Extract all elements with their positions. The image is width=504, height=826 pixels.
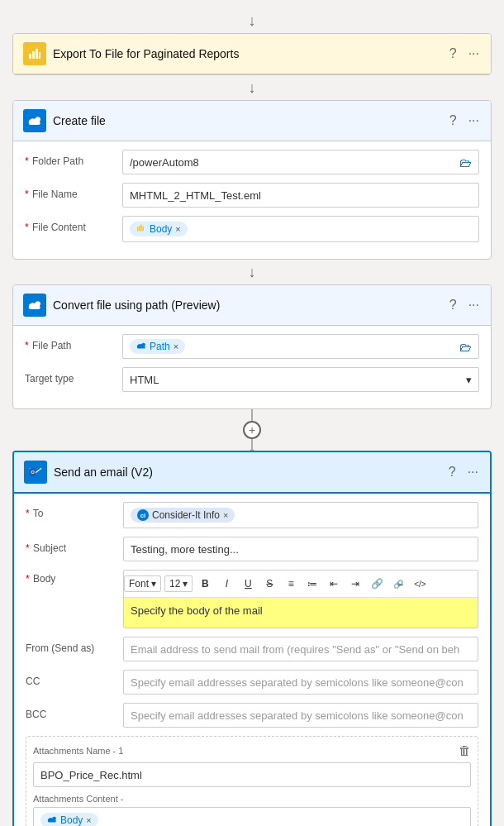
send-email-header: O Send an email (V2) ? ··· — [14, 452, 490, 494]
create-file-help-btn[interactable]: ? — [448, 113, 459, 128]
arrow-down-1: ↓ — [249, 8, 256, 33]
send-email-card: O Send an email (V2) ? ··· * To ci — [12, 451, 492, 826]
folder-path-row: * Folder Path /powerAutom8 🗁 — [25, 150, 479, 174]
attachment-content-chip-icon — [47, 815, 57, 825]
file-name-value[interactable]: MHTML_2_HTML_Test.eml — [122, 183, 479, 208]
subject-value[interactable]: Testing, more testing... — [123, 537, 478, 561]
subject-row: * Subject Testing, more testing... — [26, 537, 478, 561]
cc-value[interactable]: Specify email addresses separated by sem… — [123, 670, 478, 695]
bcc-value[interactable]: Specify email addresses separated by sem… — [123, 703, 478, 728]
arrow-down-2: ↓ — [249, 75, 256, 100]
body-toolbar: Font ▾ 12 ▾ B I U S ≡ ≔ — [124, 571, 478, 598]
bold-btn[interactable]: B — [196, 575, 214, 593]
export-card-title: Export To File for Paginated Reports — [53, 47, 441, 60]
convert-file-header: Convert file using path (Preview) ? ··· — [13, 285, 491, 326]
font-size-dropdown[interactable]: 12 ▾ — [164, 575, 193, 592]
cc-label: CC — [26, 670, 116, 687]
body-value[interactable]: Font ▾ 12 ▾ B I U S ≡ ≔ — [123, 570, 478, 628]
target-type-value[interactable]: HTML ▾ — [122, 367, 479, 392]
from-label: From (Send as) — [26, 637, 116, 654]
svg-rect-2 — [36, 49, 38, 59]
cc-row: CC Specify email addresses separated by … — [26, 670, 478, 695]
code-btn[interactable]: </> — [411, 575, 429, 593]
attachment-name-input[interactable]: BPO_Price_Rec.html — [33, 762, 471, 787]
convert-file-body: * File Path Path × — [13, 326, 491, 408]
export-help-btn[interactable]: ? — [448, 46, 459, 61]
attachment-name-header: Attachments Name - 1 🗑 — [33, 743, 471, 757]
export-card-icon — [23, 42, 46, 65]
create-file-card: Create file ? ··· * Folder Path /powerAu… — [12, 100, 492, 260]
export-more-btn[interactable]: ··· — [467, 46, 481, 61]
svg-rect-5 — [139, 226, 140, 231]
attachments-section: Attachments Name - 1 🗑 BPO_Price_Rec.htm… — [26, 736, 478, 826]
send-email-actions: ? ··· — [447, 465, 480, 480]
body-text-area[interactable]: Specify the body of the mail — [124, 598, 478, 628]
svg-text:O: O — [31, 470, 35, 475]
attachment-content-input[interactable]: Body × — [33, 807, 471, 826]
create-file-more-btn[interactable]: ··· — [467, 113, 481, 128]
attachment-content-chip-close[interactable]: × — [86, 815, 91, 825]
numbered-list-btn[interactable]: ≔ — [303, 575, 321, 593]
to-chip-close[interactable]: × — [223, 510, 228, 520]
attachment-name-label: Attachments Name - 1 — [33, 746, 123, 756]
svg-rect-4 — [137, 227, 138, 232]
strikethrough-btn[interactable]: S — [260, 575, 278, 593]
convert-file-actions: ? ··· — [448, 298, 481, 313]
file-content-row: * File Content — [25, 216, 479, 242]
target-type-row: Target type HTML ▾ — [25, 367, 479, 392]
to-value[interactable]: ci Consider-It Info × — [123, 502, 478, 528]
convert-file-more-btn[interactable]: ··· — [467, 298, 481, 313]
folder-browse-icon[interactable]: 🗁 — [459, 155, 472, 169]
file-path-value[interactable]: Path × 🗁 — [122, 334, 479, 359]
send-email-body: * To ci Consider-It Info × * — [14, 494, 490, 826]
attachment-content-label: Attachments Content - — [33, 794, 471, 804]
font-chevron: ▾ — [151, 578, 156, 590]
bullet-list-btn[interactable]: ≡ — [282, 575, 300, 593]
file-content-chip-icon — [136, 224, 146, 234]
file-content-label: * File Content — [25, 216, 116, 233]
create-file-icon — [23, 109, 46, 132]
target-type-chevron: ▾ — [466, 374, 472, 386]
from-value[interactable]: Email address to send mail from (require… — [123, 637, 478, 661]
remove-link-btn[interactable]: 🔗̶ — [389, 575, 407, 593]
body-label: * Body — [26, 570, 116, 585]
attachment-delete-btn[interactable]: 🗑 — [459, 743, 471, 757]
file-path-browse-icon[interactable]: 🗁 — [459, 340, 472, 354]
indent-btn[interactable]: ⇥ — [346, 575, 364, 593]
font-size-chevron: ▾ — [183, 578, 188, 590]
arrow-plus: + — [12, 409, 492, 451]
file-content-chip-close[interactable]: × — [175, 224, 180, 234]
target-type-label: Target type — [25, 367, 116, 384]
file-name-label: * File Name — [25, 183, 116, 200]
file-path-chip-close[interactable]: × — [174, 341, 178, 351]
convert-file-icon — [23, 294, 46, 317]
subject-label: * Subject — [26, 537, 116, 554]
link-btn[interactable]: 🔗 — [368, 575, 386, 593]
create-file-title: Create file — [53, 114, 441, 127]
attachment-content-chip: Body × — [40, 813, 98, 826]
export-card: Export To File for Paginated Reports ? ·… — [12, 33, 492, 75]
send-email-help-btn[interactable]: ? — [447, 465, 458, 480]
svg-rect-6 — [140, 225, 141, 232]
bcc-row: BCC Specify email addresses separated by… — [26, 703, 478, 728]
file-content-value[interactable]: Body × — [122, 216, 479, 242]
underline-btn[interactable]: U — [239, 575, 257, 593]
export-card-actions: ? ··· — [448, 46, 481, 61]
outdent-btn[interactable]: ⇤ — [325, 575, 343, 593]
convert-file-help-btn[interactable]: ? — [448, 298, 459, 313]
add-step-btn[interactable]: + — [243, 421, 261, 439]
convert-file-card: Convert file using path (Preview) ? ··· … — [12, 284, 492, 409]
to-row: * To ci Consider-It Info × — [26, 502, 478, 528]
create-file-actions: ? ··· — [448, 113, 481, 128]
to-chip-icon: ci — [137, 509, 149, 521]
flow-container: ↓ Export To File for Paginated Reports ?… — [0, 8, 504, 826]
folder-path-value[interactable]: /powerAutom8 🗁 — [122, 150, 479, 174]
italic-btn[interactable]: I — [217, 575, 235, 593]
send-email-more-btn[interactable]: ··· — [466, 465, 480, 480]
send-email-icon: O — [24, 461, 47, 484]
font-dropdown[interactable]: Font ▾ — [124, 575, 161, 592]
file-path-chip: Path × — [130, 339, 185, 354]
to-label: * To — [26, 502, 116, 519]
svg-rect-0 — [29, 54, 31, 59]
file-name-row: * File Name MHTML_2_HTML_Test.eml — [25, 183, 479, 208]
